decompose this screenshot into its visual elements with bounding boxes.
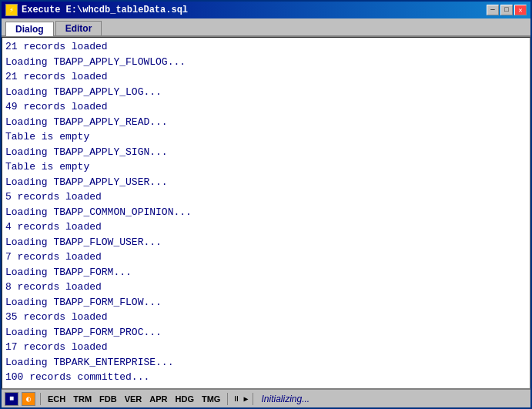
log-line: Loading TBAPP_COMMON_OPINION... [5,205,527,220]
log-line: Loading TBAPP_FORM_FLOW... [5,295,527,310]
log-line: Loading TBAPP_FORM_PROC... [5,325,527,340]
status-separator-3 [253,393,253,405]
log-line: 21 records loaded [5,69,527,85]
log-line: Loading TBPARK_ENTERPRISE... [5,355,527,370]
log-line: 100 records committed... [5,370,527,385]
window-title: Execute E:\whcdb_tableData.sql [22,5,188,15]
log-line: Loading TBAPP_FLOW_USER... [5,235,527,250]
status-label-tmg[interactable]: TMG [199,394,223,404]
log-line: 8 records loaded [5,280,527,295]
tab-editor[interactable]: Editor [55,21,102,35]
tabs-bar: Dialog Editor [2,18,530,37]
status-label-fdb[interactable]: FDB [97,394,119,404]
title-bar-left: ⚡ Execute E:\whcdb_tableData.sql [5,4,188,16]
status-label-apr[interactable]: APR [147,394,169,404]
log-line: Loading TBAPP_APPLY_FLOWLOG... [5,55,527,70]
log-line: 35 records loaded [5,310,527,325]
log-line: Table is empty [5,159,527,175]
log-line: Loading TBAPP_APPLY_USER... [5,175,527,190]
status-separator-1 [40,393,41,405]
status-label-ech[interactable]: ECH [45,394,68,404]
main-window: ⚡ Execute E:\whcdb_tableData.sql ─ □ ✕ D… [0,0,532,409]
log-line: Loading TBAPP_APPLY_READ... [5,115,527,130]
log-line: 5 records loaded [5,189,527,205]
app-icon: ⚡ [5,4,18,16]
close-button[interactable]: ✕ [514,5,527,15]
log-line: 49 records loaded [5,99,527,115]
play-icon[interactable]: ▶ [243,394,248,404]
maximize-button[interactable]: □ [500,5,513,15]
status-label-ver[interactable]: VER [122,394,145,404]
log-line: 17 records loaded [5,340,527,355]
status-text: Initializing... [261,394,309,404]
content-area: 21 records loadedLoading TBAPP_APPLY_FLO… [2,37,530,389]
log-line: 7 records loaded [5,250,527,265]
title-bar: ⚡ Execute E:\whcdb_tableData.sql ─ □ ✕ [2,2,530,18]
log-line: Loading TBAPP_FORM... [5,265,527,280]
log-line: Loading TBAPP_APPLY_SIGN... [5,145,527,160]
pause-icon[interactable]: ⏸ [233,394,240,404]
title-buttons: ─ □ ✕ [487,5,527,15]
status-bar: ■ ◐ ECH TRM FDB VER APR HDG TMG ⏸ ▶ Init… [2,389,530,407]
log-line: 21 records loaded [5,39,527,55]
log-line: 4 records loaded [5,220,527,235]
status-label-hdg[interactable]: HDG [173,394,196,404]
status-icon-db: ■ [5,392,18,406]
status-separator-2 [227,393,228,405]
status-label-trm[interactable]: TRM [71,394,94,404]
log-line: Table is empty [5,129,527,145]
log-line: Loading TBAPP_APPLY_LOG... [5,85,527,100]
minimize-button[interactable]: ─ [487,5,499,15]
tab-dialog[interactable]: Dialog [5,22,54,36]
log-output[interactable]: 21 records loadedLoading TBAPP_APPLY_FLO… [2,38,530,388]
status-icon-activity: ◐ [22,392,35,406]
